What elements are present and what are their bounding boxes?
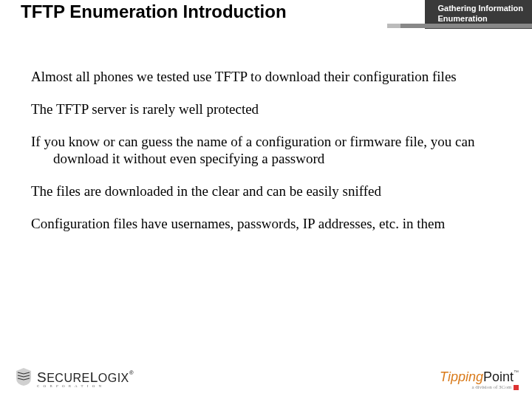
securelogix-icon — [13, 366, 34, 390]
section-header-line1: Gathering Information — [438, 3, 524, 13]
tippingpoint-wordmark: TippingPoint™ — [440, 369, 519, 385]
logo-tippingpoint: TippingPoint™ a division of 3Com — [440, 369, 519, 390]
slide-title: TFTP Enumeration Introduction — [21, 1, 287, 23]
section-header-line2: Enumeration — [438, 13, 524, 24]
tippingpoint-tagline: a division of 3Com — [440, 384, 519, 390]
header-notch-light — [387, 24, 400, 28]
securelogix-wordmark: SECURELOGIX® — [37, 372, 134, 384]
bullet-item: The TFTP server is rarely well protected — [31, 100, 501, 118]
bullet-item: If you know or can guess the name of a c… — [31, 133, 501, 168]
bullet-item: The files are downloaded in the clear an… — [31, 183, 501, 200]
slide-content: Almost all phones we tested use TFTP to … — [31, 68, 501, 248]
three-com-icon — [514, 385, 519, 390]
securelogix-tagline: C O R P O R A T I O N — [37, 384, 134, 388]
footer: SECURELOGIX® C O R P O R A T I O N Tippi… — [0, 364, 532, 393]
bullet-item: Configuration files have usernames, pass… — [31, 215, 501, 233]
bullet-item: Almost all phones we tested use TFTP to … — [31, 68, 501, 86]
header-notch-dark — [400, 24, 532, 28]
logo-securelogix: SECURELOGIX® C O R P O R A T I O N — [13, 366, 134, 390]
